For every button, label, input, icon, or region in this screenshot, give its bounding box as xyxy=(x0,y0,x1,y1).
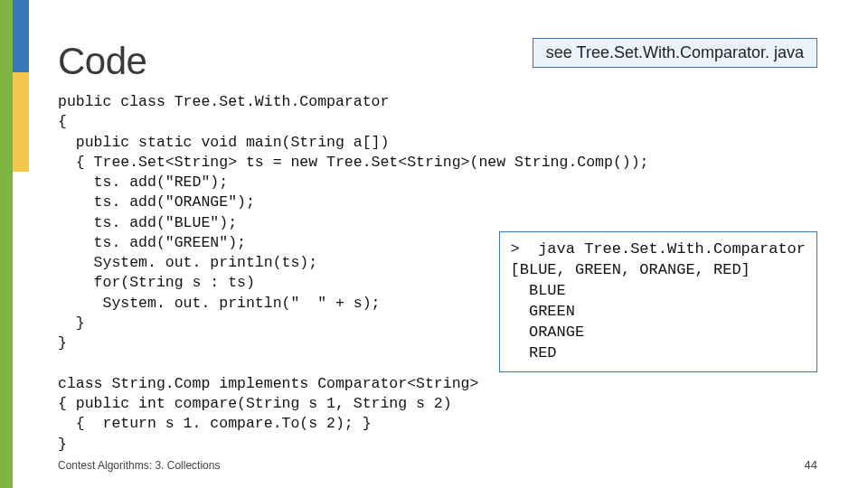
accent-green xyxy=(0,0,13,488)
program-output: > java Tree.Set.With.Comparator [BLUE, G… xyxy=(499,231,817,372)
footer-left: Contest Algorithms: 3. Collections xyxy=(58,459,220,472)
source-file-link[interactable]: see Tree.Set.With.Comparator. java xyxy=(533,38,817,68)
slide-title: Code xyxy=(58,40,146,83)
accent-blue xyxy=(13,0,29,72)
page-number: 44 xyxy=(805,458,817,472)
accent-bar xyxy=(0,0,29,488)
slide: Code see Tree.Set.With.Comparator. java … xyxy=(0,0,868,488)
accent-yellow xyxy=(13,72,29,172)
